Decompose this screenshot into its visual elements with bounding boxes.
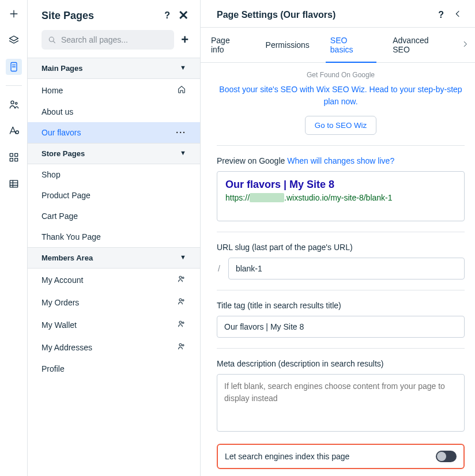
close-icon[interactable]: ✕ [178,9,189,22]
add-page-button[interactable]: + [181,32,189,47]
search-input[interactable]: Search all pages... [42,30,174,50]
page-item[interactable]: Cart Page [28,206,200,226]
members-icon [177,274,186,285]
url-slug-field: URL slug (last part of the page's URL) / [217,243,465,279]
page-item[interactable]: My Account [28,269,200,291]
section-label: Store Pages [42,149,85,158]
index-toggle-label: Let search engines index this page [225,452,349,461]
settings-body: Get Found On Google Boost your site's SE… [201,63,475,476]
meta-description-label: Meta description (description in search … [217,359,465,368]
settings-panel: Page Settings (Our flavors) ? Page infoP… [201,0,475,476]
help-icon[interactable]: ? [164,10,170,21]
pages-panel-header: Site Pages ? ✕ [28,0,200,29]
seo-intro: Get Found On Google Boost your site's SE… [217,71,465,135]
section-label: Main Pages [42,64,83,73]
tab-permissions[interactable]: Permissions [255,32,320,58]
section-header[interactable]: Members Area▼ [28,247,200,269]
toggle-knob [437,452,446,461]
svg-rect-5 [14,153,17,156]
chevron-down-icon: ▼ [180,64,186,73]
tab-advanced-seo[interactable]: Advanced SEO [382,28,458,62]
layers-icon[interactable] [6,32,22,48]
people-icon[interactable] [6,96,22,112]
help-icon[interactable]: ? [438,10,444,20]
seo-intro-text: Boost your site's SEO with Wix SEO Wiz. … [217,84,465,108]
page-item-label: Our flavors [42,128,81,137]
pages-panel-title: Site Pages [42,10,94,22]
apps-icon[interactable] [6,149,22,165]
google-preview: Our flavors | My Site 8 https://xxxxxxxx… [217,171,465,221]
pages-panel: Site Pages ? ✕ Search all pages... + Mai… [28,0,201,476]
page-item-label: Profile [42,364,65,373]
page-item-label: Cart Page [42,211,78,221]
search-icon [47,35,56,44]
svg-point-3 [16,131,18,134]
url-slug-input[interactable] [228,258,465,279]
svg-rect-4 [10,153,13,156]
svg-point-17 [182,345,184,346]
svg-point-2 [15,103,17,104]
page-item[interactable]: My Wallet [28,313,200,336]
svg-rect-6 [10,158,13,161]
meta-description-input[interactable] [217,374,465,432]
page-item[interactable]: Product Page [28,185,200,206]
svg-point-1 [11,101,14,104]
section-header[interactable]: Main Pages▼ [28,58,200,79]
preview-url-prefix: https:// [225,193,250,202]
index-toggle[interactable] [436,451,457,462]
back-icon[interactable] [453,9,462,20]
chevron-down-icon: ▼ [180,254,186,262]
members-icon [177,319,186,330]
preview-link[interactable]: When will changes show live? [287,156,394,165]
tab-seo-basics[interactable]: SEO basics [320,28,382,62]
go-to-seo-wiz-button[interactable]: Go to SEO Wiz [305,116,376,135]
preview-label-text: Preview on Google [217,156,285,165]
page-item[interactable]: Our flavors··· [28,122,200,143]
svg-point-14 [179,321,182,323]
page-item[interactable]: My Orders [28,291,200,313]
page-item[interactable]: Profile [28,358,200,379]
svg-point-9 [49,37,54,41]
page-item[interactable]: My Addresses [28,336,200,358]
icon-rail [0,0,28,476]
page-item[interactable]: Thank You Page [28,226,200,247]
title-tag-label: Title tag (title in search results title… [217,301,465,310]
section-header[interactable]: Store Pages▼ [28,143,200,164]
preview-label: Preview on Google When will changes show… [217,156,465,165]
settings-header: Page Settings (Our flavors) ? [201,0,475,27]
svg-point-12 [179,299,182,301]
tab-page-info[interactable]: Page info [201,28,255,62]
page-item-label: Product Page [42,191,91,200]
svg-point-10 [179,276,182,278]
more-actions-button[interactable]: ··· [176,128,186,137]
preview-title: Our flavors | My Site 8 [225,179,456,191]
divider [217,290,465,290]
page-item-label: Home [42,86,63,95]
section-label: Members Area [42,254,93,262]
seo-intro-small: Get Found On Google [217,71,465,79]
svg-point-16 [179,343,182,346]
page-item[interactable]: Shop [28,164,200,185]
page-item-label: My Account [42,275,83,285]
title-tag-input[interactable] [217,316,465,338]
data-icon[interactable] [6,176,22,192]
page-item[interactable]: About us [28,101,200,122]
preview-url-suffix: .wixstudio.io/my-site-8/blank-1 [284,193,393,202]
styles-icon[interactable] [6,123,22,139]
settings-title: Page Settings (Our flavors) [217,10,335,20]
svg-point-13 [182,300,184,301]
page-item[interactable]: Home [28,79,200,101]
slug-prefix: / [217,264,224,273]
page-item-label: Thank You Page [42,232,101,241]
page-item-label: My Wallet [42,320,77,330]
members-icon [177,342,186,353]
title-tag-field: Title tag (title in search results title… [217,301,465,338]
page-item-label: My Addresses [42,343,92,352]
tabs-scroll-right-icon[interactable] [461,40,469,50]
page-item-label: About us [42,107,73,116]
pages-icon[interactable] [6,59,22,75]
search-placeholder: Search all pages... [61,35,128,44]
meta-description-field: Meta description (description in search … [217,359,465,433]
svg-rect-7 [14,158,17,161]
add-icon[interactable] [6,6,22,22]
